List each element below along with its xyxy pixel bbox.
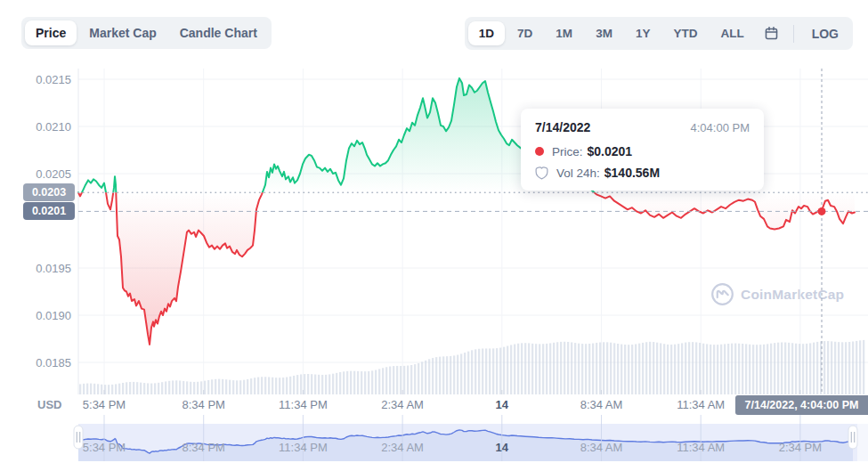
- y-axis-label: 0.0215: [0, 73, 71, 86]
- toolbar-divider: [793, 25, 794, 43]
- chart-tooltip: 7/14/2022 4:04:00 PM Price: $0.0201 Vol …: [521, 109, 764, 191]
- tooltip-date: 7/14/2022: [535, 120, 590, 134]
- x-axis-label: 2:34 AM: [381, 398, 424, 411]
- navigator-label: 11:34 PM: [279, 441, 328, 454]
- tooltip-price-row: Price: $0.0201: [535, 144, 750, 158]
- range-1y[interactable]: 1Y: [625, 21, 661, 45]
- tab-market-cap[interactable]: Market Cap: [78, 20, 166, 45]
- x-axis-label: 8:34 AM: [580, 398, 623, 411]
- tab-candle-chart[interactable]: Candle Chart: [169, 20, 268, 45]
- y-axis-label: 0.0190: [0, 309, 71, 322]
- y-axis-label: 0.0210: [0, 120, 71, 134]
- tooltip-volume-row: Vol 24h: $140.56M: [535, 166, 750, 180]
- volume-shield-icon: [535, 166, 548, 180]
- y-axis-label: 0.0205: [0, 167, 71, 181]
- navigator-label: 8:34 PM: [182, 441, 224, 454]
- range-1m[interactable]: 1M: [545, 21, 583, 45]
- navigator-label: 8:34 AM: [580, 441, 623, 454]
- x-axis-label: 14: [496, 398, 508, 411]
- tooltip-volume-value: $140.56M: [604, 166, 660, 180]
- chart-type-switcher: PriceMarket CapCandle Chart: [21, 17, 272, 49]
- calendar-icon: [764, 26, 779, 41]
- navigator-label: 2:34 PM: [779, 441, 822, 454]
- x-axis-label: 8:34 PM: [182, 398, 224, 411]
- x-axis-label: 11:34 PM: [279, 398, 328, 411]
- tooltip-price-value: $0.0201: [588, 144, 633, 158]
- navigator-label: 2:34 AM: [381, 441, 424, 454]
- y-axis-label: 0.0185: [0, 356, 71, 369]
- range-7d[interactable]: 7D: [507, 21, 543, 45]
- tooltip-price-label: Price:: [552, 145, 583, 158]
- tooltip-time: 4:04:00 PM: [691, 121, 750, 134]
- range-ytd[interactable]: YTD: [662, 21, 708, 45]
- nav-handle-left[interactable]: [74, 426, 83, 449]
- tab-price[interactable]: Price: [25, 20, 77, 45]
- log-scale-button[interactable]: LOG: [801, 21, 849, 46]
- navigator-label: 5:34 PM: [83, 441, 126, 454]
- nav-handle-right[interactable]: [848, 426, 857, 449]
- crosshair-time-badge: 7/14/2022, 4:04:00 PM: [735, 395, 868, 415]
- x-axis-label: 5:34 PM: [83, 398, 126, 411]
- range-all[interactable]: ALL: [710, 21, 754, 45]
- x-axis-label: 11:34 AM: [677, 398, 725, 411]
- y-axis-label: 0.0195: [0, 262, 71, 275]
- calendar-button[interactable]: [757, 20, 786, 46]
- navigator-label: 14: [496, 441, 508, 454]
- tooltip-volume-label: Vol 24h:: [556, 166, 600, 180]
- range-1d[interactable]: 1D: [468, 21, 505, 45]
- navigator-label: 11:34 AM: [677, 441, 725, 454]
- range-switcher: 1D7D1M3M1YYTDALL LOG: [465, 17, 853, 50]
- open-price-badge: 0.0203: [23, 183, 75, 201]
- current-price-badge: 0.0201: [23, 202, 75, 220]
- range-3m[interactable]: 3M: [585, 21, 623, 45]
- price-series-dot-icon: [535, 147, 544, 156]
- currency-unit-label: USD: [37, 398, 61, 411]
- range-buttons: 1D7D1M3M1YYTDALL: [468, 21, 755, 45]
